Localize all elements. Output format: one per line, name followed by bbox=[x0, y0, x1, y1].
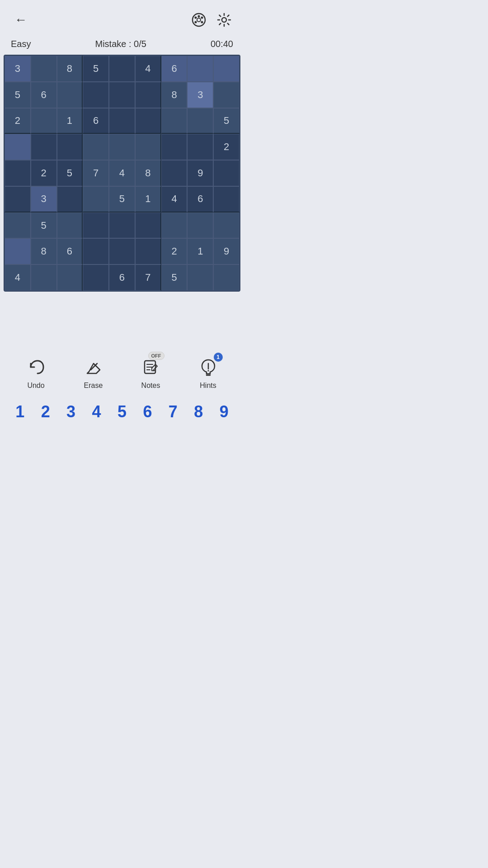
cell-5-7[interactable]: 6 bbox=[187, 186, 213, 212]
cell-4-0[interactable] bbox=[5, 160, 31, 186]
cell-5-2[interactable] bbox=[57, 186, 83, 212]
cell-0-5[interactable]: 4 bbox=[135, 56, 161, 82]
cell-6-2[interactable] bbox=[57, 212, 83, 239]
cell-4-3[interactable]: 7 bbox=[83, 160, 109, 186]
cell-8-1[interactable] bbox=[31, 264, 57, 291]
cell-4-5[interactable]: 8 bbox=[135, 160, 161, 186]
cell-6-1[interactable]: 5 bbox=[31, 212, 57, 239]
cell-4-7[interactable]: 9 bbox=[187, 160, 213, 186]
cell-2-2[interactable]: 1 bbox=[57, 108, 83, 134]
cell-0-0[interactable]: 3 bbox=[5, 56, 31, 82]
palette-button[interactable] bbox=[190, 11, 208, 29]
cell-3-1[interactable] bbox=[31, 134, 57, 160]
cell-6-8[interactable] bbox=[213, 212, 239, 239]
hints-button[interactable]: 1 Hints bbox=[197, 355, 220, 390]
cell-4-1[interactable]: 2 bbox=[31, 160, 57, 186]
cell-1-2[interactable] bbox=[57, 82, 83, 108]
cell-3-2[interactable] bbox=[57, 134, 83, 160]
cell-1-0[interactable]: 5 bbox=[5, 82, 31, 108]
cell-7-3[interactable] bbox=[83, 238, 109, 264]
cell-7-6[interactable]: 2 bbox=[161, 238, 188, 264]
cell-0-2[interactable]: 8 bbox=[57, 56, 83, 82]
cell-3-7[interactable] bbox=[187, 134, 213, 160]
cell-8-4[interactable]: 6 bbox=[109, 264, 135, 291]
cell-1-5[interactable] bbox=[135, 82, 161, 108]
cell-8-5[interactable]: 7 bbox=[135, 264, 161, 291]
cell-3-8[interactable]: 2 bbox=[213, 134, 239, 160]
cell-8-2[interactable] bbox=[57, 264, 83, 291]
num-btn-1[interactable]: 1 bbox=[10, 401, 30, 423]
cell-3-0[interactable] bbox=[5, 134, 31, 160]
cell-0-6[interactable]: 6 bbox=[161, 56, 188, 82]
cell-4-6[interactable] bbox=[161, 160, 188, 186]
cell-7-8[interactable]: 9 bbox=[213, 238, 239, 264]
cell-0-7[interactable] bbox=[187, 56, 213, 82]
cell-2-5[interactable] bbox=[135, 108, 161, 134]
cell-5-6[interactable]: 4 bbox=[161, 186, 188, 212]
cell-8-3[interactable] bbox=[83, 264, 109, 291]
cell-1-7[interactable]: 3 bbox=[187, 82, 213, 108]
cell-6-4[interactable] bbox=[109, 212, 135, 239]
cell-1-4[interactable] bbox=[109, 82, 135, 108]
cell-8-0[interactable]: 4 bbox=[5, 264, 31, 291]
cell-7-7[interactable]: 1 bbox=[187, 238, 213, 264]
num-btn-7[interactable]: 7 bbox=[163, 401, 183, 423]
num-btn-5[interactable]: 5 bbox=[112, 401, 132, 423]
num-btn-8[interactable]: 8 bbox=[188, 401, 208, 423]
cell-7-4[interactable] bbox=[109, 238, 135, 264]
cell-5-0[interactable] bbox=[5, 186, 31, 212]
cell-7-1[interactable]: 8 bbox=[31, 238, 57, 264]
cell-0-1[interactable] bbox=[31, 56, 57, 82]
cell-2-4[interactable] bbox=[109, 108, 135, 134]
cell-0-4[interactable] bbox=[109, 56, 135, 82]
cell-2-3[interactable]: 6 bbox=[83, 108, 109, 134]
cell-5-1[interactable]: 3 bbox=[31, 186, 57, 212]
erase-label: Erase bbox=[84, 382, 103, 390]
cell-3-6[interactable] bbox=[161, 134, 188, 160]
cell-7-5[interactable] bbox=[135, 238, 161, 264]
cell-4-8[interactable] bbox=[213, 160, 239, 186]
cell-2-6[interactable] bbox=[161, 108, 188, 134]
undo-button[interactable]: Undo bbox=[24, 355, 48, 390]
cell-8-7[interactable] bbox=[187, 264, 213, 291]
cell-4-2[interactable]: 5 bbox=[57, 160, 83, 186]
cell-5-5[interactable]: 1 bbox=[135, 186, 161, 212]
cell-7-0[interactable] bbox=[5, 238, 31, 264]
cell-2-0[interactable]: 2 bbox=[5, 108, 31, 134]
num-btn-9[interactable]: 9 bbox=[214, 401, 234, 423]
cell-2-8[interactable]: 5 bbox=[213, 108, 239, 134]
hints-badge: 1 bbox=[214, 353, 223, 362]
back-button[interactable]: ← bbox=[11, 9, 31, 31]
cell-7-2[interactable]: 6 bbox=[57, 238, 83, 264]
cell-3-5[interactable] bbox=[135, 134, 161, 160]
cell-6-3[interactable] bbox=[83, 212, 109, 239]
cell-5-4[interactable]: 5 bbox=[109, 186, 135, 212]
settings-button[interactable] bbox=[215, 11, 233, 29]
num-btn-4[interactable]: 4 bbox=[87, 401, 107, 423]
cell-8-8[interactable] bbox=[213, 264, 239, 291]
cell-4-4[interactable]: 4 bbox=[109, 160, 135, 186]
cell-6-6[interactable] bbox=[161, 212, 188, 239]
cell-1-6[interactable]: 8 bbox=[161, 82, 188, 108]
cell-3-3[interactable] bbox=[83, 134, 109, 160]
cell-1-8[interactable] bbox=[213, 82, 239, 108]
hints-label: Hints bbox=[200, 382, 216, 390]
notes-button[interactable]: OFF Notes bbox=[139, 355, 163, 390]
cell-6-7[interactable] bbox=[187, 212, 213, 239]
cell-5-3[interactable] bbox=[83, 186, 109, 212]
cell-0-8[interactable] bbox=[213, 56, 239, 82]
cell-8-6[interactable]: 5 bbox=[161, 264, 188, 291]
erase-button[interactable]: Erase bbox=[82, 355, 105, 390]
num-btn-6[interactable]: 6 bbox=[137, 401, 157, 423]
cell-2-1[interactable] bbox=[31, 108, 57, 134]
cell-1-3[interactable] bbox=[83, 82, 109, 108]
cell-6-5[interactable] bbox=[135, 212, 161, 239]
cell-3-4[interactable] bbox=[109, 134, 135, 160]
cell-0-3[interactable]: 5 bbox=[83, 56, 109, 82]
cell-5-8[interactable] bbox=[213, 186, 239, 212]
num-btn-2[interactable]: 2 bbox=[36, 401, 56, 423]
cell-6-0[interactable] bbox=[5, 212, 31, 239]
cell-2-7[interactable] bbox=[187, 108, 213, 134]
num-btn-3[interactable]: 3 bbox=[61, 401, 81, 423]
cell-1-1[interactable]: 6 bbox=[31, 82, 57, 108]
